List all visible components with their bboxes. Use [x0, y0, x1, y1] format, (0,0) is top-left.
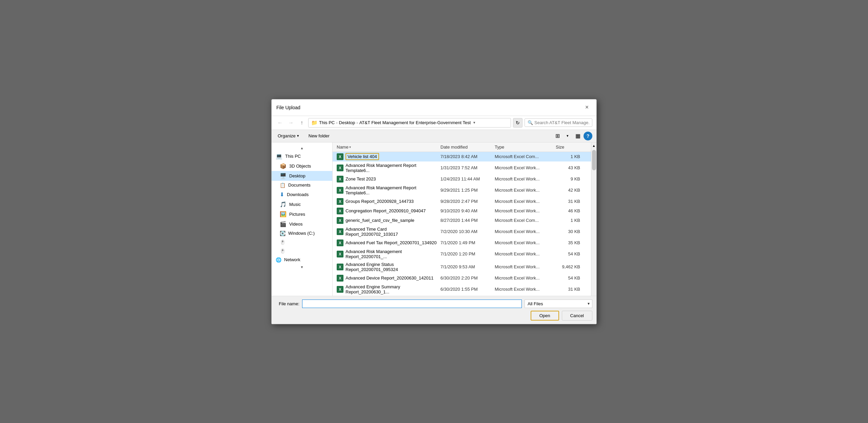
col-date-label: Date modified	[440, 145, 468, 150]
sidebar-label-videos: Videos	[289, 222, 303, 227]
file-size-cell: 9,462 KB	[554, 264, 581, 270]
file-name-text: Groups Report_20200928_144733	[346, 199, 414, 204]
sidebar-scroll-down[interactable]: ▼	[272, 264, 332, 270]
file-date-cell: 8/27/2020 1:44 PM	[439, 217, 493, 224]
sidebar-item-music[interactable]: 🎵 Music	[272, 199, 332, 209]
sidebar-scroll-up[interactable]: ▲	[272, 145, 332, 151]
file-name-text: Advanced Risk Management Report_20200701…	[346, 249, 438, 259]
excel-icon: X	[337, 217, 343, 224]
sidebar-label-this-pc: This PC	[285, 154, 301, 159]
table-row[interactable]: XCongregation Report_20200910_0940479/10…	[333, 206, 591, 216]
open-button[interactable]: Open	[531, 311, 559, 321]
breadcrumb-segment-3: AT&T Fleet Management for Enterprise-Gov…	[359, 120, 471, 125]
file-size-cell: 46 KB	[554, 208, 581, 214]
file-name-text: generic_fuel_card_csv_file_sample	[346, 218, 414, 223]
bottom-area: File name: All Files Excel Files (*.xlsx…	[272, 296, 596, 324]
table-row[interactable]: XAdvanced Risk Management Report Templat…	[333, 184, 591, 197]
table-row[interactable]: XGroups Report_20200928_1447339/28/2020 …	[333, 197, 591, 206]
view-dropdown-button[interactable]: ▾	[563, 132, 572, 140]
file-name-text: Vehicle list 404	[346, 154, 379, 159]
file-name-cell: XAdvanced Risk Management Report Templat…	[335, 185, 439, 196]
file-name-cell: XAdvanced Device Report_20200630_142011	[335, 274, 439, 282]
file-type-cell: Microsoft Excel Work...	[493, 239, 554, 246]
sidebar-item-videos[interactable]: 🎬 Videos	[272, 219, 332, 229]
table-row[interactable]: XZone Test 20231/24/2023 11:44 AMMicroso…	[333, 174, 591, 184]
search-input[interactable]	[534, 120, 589, 125]
file-date-cell: 7/1/2020 1:20 PM	[439, 251, 493, 257]
file-size-cell: 1 KB	[554, 153, 581, 160]
organize-button[interactable]: Organize ▾	[276, 132, 301, 139]
sidebar-item-3d-objects[interactable]: 📦 3D Objects	[272, 161, 332, 171]
search-icon: 🔍	[528, 120, 533, 125]
file-size-cell: 54 KB	[554, 275, 581, 281]
col-header-type[interactable]: Type	[493, 144, 554, 150]
sidebar-item-this-pc[interactable]: 💻 This PC	[272, 151, 332, 161]
refresh-button[interactable]: ↻	[513, 118, 522, 128]
table-row[interactable]: XAdvanced Fuel Tax Report_20200701_13492…	[333, 238, 591, 248]
sidebar-label-documents: Documents	[288, 182, 311, 188]
cancel-button[interactable]: Cancel	[562, 311, 592, 321]
preview-pane-button[interactable]: ▦	[573, 132, 582, 140]
dialog-title: File Upload	[276, 105, 300, 110]
nav-bar: ← → ↑ 📁 This PC › Desktop › AT&T Fleet M…	[272, 116, 596, 130]
up-button[interactable]: ↑	[297, 118, 306, 127]
breadcrumb[interactable]: 📁 This PC › Desktop › AT&T Fleet Managem…	[308, 118, 511, 128]
file-name-cell: XAdvanced Time Card Report_20200702_1030…	[335, 226, 439, 237]
table-row[interactable]: XAdvanced Time Card Report_20200702_1030…	[333, 225, 591, 238]
sidebar-item-device1[interactable]: 🖱️	[272, 238, 332, 247]
table-row[interactable]: XAdvanced Device Report_20200630_1420116…	[333, 273, 591, 283]
videos-icon: 🎬	[280, 221, 287, 227]
forward-button[interactable]: →	[287, 118, 295, 127]
table-row[interactable]: Xgeneric_fuel_card_csv_file_sample8/27/2…	[333, 216, 591, 225]
file-list-header: Name ▾ Date modified Type Size	[333, 142, 591, 152]
title-bar: File Upload ×	[272, 99, 596, 116]
view-details-button[interactable]: ⊞	[553, 132, 562, 140]
file-type-cell: Microsoft Excel Com...	[493, 217, 554, 224]
sidebar-item-desktop[interactable]: 🖥️ Desktop	[272, 171, 332, 181]
sidebar-item-downloads[interactable]: ⬇ Downloads	[272, 190, 332, 199]
table-row[interactable]: XAdvanced Risk Management Report Templat…	[333, 161, 591, 174]
back-button[interactable]: ←	[276, 118, 284, 127]
table-row[interactable]: XAdvanced Risk Management Report_2020070…	[333, 248, 591, 261]
col-header-name[interactable]: Name ▾	[335, 144, 439, 150]
file-type-cell: Microsoft Excel Work...	[493, 251, 554, 257]
file-date-cell: 1/24/2023 11:44 AM	[439, 176, 493, 182]
file-date-cell: 6/30/2020 1:55 PM	[439, 286, 493, 292]
file-name-text: Zone Test 2023	[346, 176, 376, 181]
view-dropdown-icon: ▾	[567, 134, 569, 138]
close-button[interactable]: ×	[582, 103, 592, 112]
this-pc-icon: 💻	[276, 153, 282, 159]
col-type-label: Type	[495, 145, 504, 150]
table-row[interactable]: XAdvanced Engine Summary Report_20200630…	[333, 283, 591, 296]
file-name-cell: XAdvanced Fuel Tax Report_20200701_13492…	[335, 239, 439, 247]
file-size-cell: 31 KB	[554, 198, 581, 205]
sidebar-item-windows-c[interactable]: 💽 Windows (C:)	[272, 229, 332, 238]
action-row: Open Cancel	[276, 311, 592, 321]
sidebar-item-network[interactable]: 🌐 Network	[272, 255, 332, 264]
table-row[interactable]: XAdvanced Engine Status Report_20200701_…	[333, 261, 591, 273]
filetype-select[interactable]: All Files Excel Files (*.xlsx) CSV Files…	[525, 300, 592, 308]
search-bar[interactable]: 🔍	[525, 118, 592, 127]
toolbar: Organize ▾ New folder ⊞ ▾ ▦ ?	[272, 130, 596, 142]
help-button[interactable]: ?	[584, 132, 592, 140]
scrollbar-up-arrow[interactable]: ▲	[592, 142, 596, 149]
filename-input[interactable]	[302, 300, 522, 308]
scrollbar[interactable]: ▲	[591, 142, 596, 296]
downloads-icon: ⬇	[280, 191, 284, 198]
scrollbar-thumb[interactable]	[592, 150, 596, 170]
file-name-text: Advanced Engine Status Report_20200701_0…	[346, 262, 438, 272]
breadcrumb-segment-1: This PC	[319, 120, 335, 125]
sidebar-item-documents[interactable]: 📋 Documents	[272, 181, 332, 190]
sidebar-item-device2[interactable]: 🖱️	[272, 247, 332, 255]
excel-icon: X	[337, 286, 343, 293]
file-name-cell: XGroups Report_20200928_144733	[335, 197, 439, 206]
file-size-cell: 42 KB	[554, 187, 581, 193]
table-row[interactable]: XVehicle list 4047/18/2023 8:42 AMMicros…	[333, 152, 591, 161]
breadcrumb-folder-icon: 📁	[311, 120, 318, 126]
col-header-date[interactable]: Date modified	[439, 144, 493, 150]
file-name-text: Advanced Risk Management Report Template…	[346, 163, 438, 173]
col-header-size[interactable]: Size	[554, 144, 581, 150]
new-folder-button[interactable]: New folder	[307, 132, 332, 139]
sidebar-item-pictures[interactable]: 🖼️ Pictures	[272, 209, 332, 219]
breadcrumb-segment-2: Desktop	[339, 120, 355, 125]
